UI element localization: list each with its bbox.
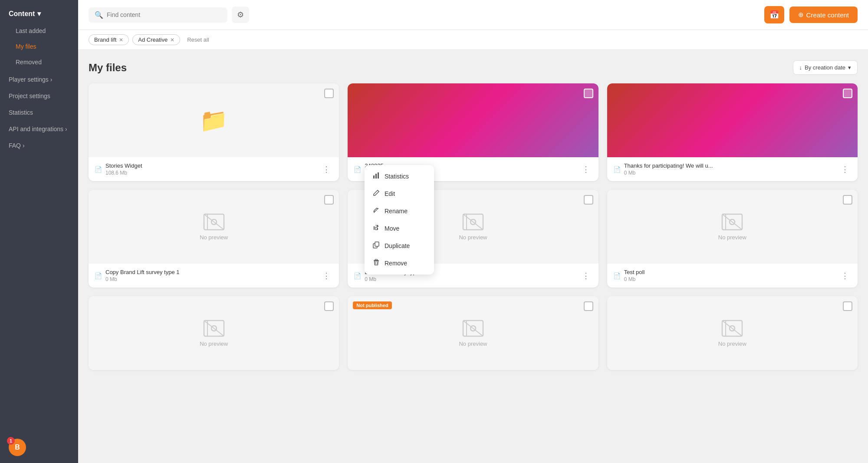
- context-menu-label: Duplicate: [385, 242, 410, 249]
- sidebar-section-label: Statistics: [9, 109, 33, 116]
- card-menu-button[interactable]: ⋮: [579, 270, 592, 281]
- reset-all-button[interactable]: Reset all: [184, 35, 213, 45]
- notification-button[interactable]: 1 B: [9, 439, 26, 456]
- card-footer: 📄 Stories Widget 108.6 Mb ⋮: [89, 157, 339, 181]
- card-checkbox[interactable]: [324, 89, 334, 98]
- sidebar-item-api-integrations[interactable]: API and integrations ›: [0, 119, 78, 136]
- context-menu-item-move[interactable]: Move: [365, 220, 434, 237]
- search-icon: 🔍: [95, 11, 103, 19]
- svg-rect-24: [373, 175, 375, 179]
- card-preview: 📁: [89, 83, 339, 157]
- content-type-icon: 📄: [613, 166, 621, 173]
- edit-icon: [372, 189, 380, 198]
- card-name: Stories Widget: [105, 162, 142, 169]
- sidebar-section-label: Player settings: [9, 76, 49, 83]
- card-info: Thanks for participating! We will u... 0…: [624, 162, 713, 176]
- topbar: 🔍 ⚙ 📅 ⊕ Create content: [78, 0, 868, 30]
- filter-tag-brand-lift[interactable]: Brand lift ✕: [89, 34, 129, 45]
- search-area: 🔍 ⚙: [89, 7, 249, 23]
- context-menu-item-statistics[interactable]: Statistics: [365, 168, 434, 185]
- statistics-icon: [372, 172, 380, 181]
- card-preview: No preview: [89, 296, 339, 370]
- context-menu-label: Edit: [385, 190, 395, 197]
- no-preview-label: No preview: [459, 234, 487, 241]
- remove-ad-creative-icon[interactable]: ✕: [170, 37, 174, 43]
- chevron-right-icon: ›: [65, 126, 67, 132]
- file-card-thanks: 📄 Thanks for participating! We will u...…: [607, 83, 858, 181]
- context-menu-item-duplicate[interactable]: Duplicate: [365, 237, 434, 255]
- card-checkbox[interactable]: [584, 195, 593, 205]
- content-area: My files ↓ By creation date ▾ 📁 📄: [78, 50, 868, 463]
- card-menu-button[interactable]: ⋮: [838, 164, 852, 175]
- no-preview-label: No preview: [200, 234, 228, 241]
- sidebar-section-label: FAQ: [9, 142, 21, 149]
- svg-rect-31: [374, 260, 379, 261]
- sidebar-item-my-files[interactable]: My files: [0, 39, 78, 54]
- card-menu-button[interactable]: ⋮: [838, 270, 852, 281]
- no-preview-area: No preview: [200, 320, 228, 347]
- context-menu: Statistics Edit Rename Move Duplicate Re…: [365, 165, 434, 274]
- no-preview-area: No preview: [718, 320, 746, 347]
- sidebar-item-player-settings[interactable]: Player settings ›: [0, 70, 78, 86]
- no-preview-area: No preview: [200, 213, 228, 241]
- sort-button[interactable]: ↓ By creation date ▾: [793, 60, 858, 75]
- plus-icon: ⊕: [798, 11, 804, 19]
- chevron-right-icon: ›: [50, 76, 53, 83]
- svg-line-3: [204, 214, 224, 230]
- context-menu-item-edit[interactable]: Edit: [365, 185, 434, 202]
- card-footer: 📄 Test poll 0 Mb ⋮: [607, 264, 858, 288]
- context-menu-item-rename[interactable]: Rename: [365, 202, 434, 220]
- card-checkbox[interactable]: [843, 89, 852, 98]
- no-preview-area: No preview: [718, 213, 746, 241]
- card-checkbox[interactable]: [584, 301, 593, 311]
- context-menu-item-remove[interactable]: Remove: [365, 255, 434, 272]
- card-menu-button[interactable]: ⋮: [320, 270, 333, 281]
- filter-tags-bar: Brand lift ✕ Ad Creative ✕ Reset all: [78, 30, 868, 50]
- card-checkbox[interactable]: [843, 301, 852, 311]
- no-preview-label: No preview: [459, 341, 487, 347]
- chevron-right-icon: ›: [23, 142, 25, 149]
- sidebar-section-label: API and integrations: [9, 126, 63, 132]
- card-footer-left: 📄 Test poll 0 Mb: [613, 269, 645, 282]
- search-input[interactable]: [107, 11, 221, 18]
- search-box: 🔍: [89, 7, 227, 23]
- card-footer: 📄 Copy Brand Lift survey type 1 0 Mb ⋮: [89, 264, 339, 288]
- sidebar-item-project-settings[interactable]: Project settings: [0, 86, 78, 103]
- context-menu-label: Remove: [385, 260, 407, 267]
- card-checkbox[interactable]: [584, 89, 593, 98]
- topbar-right: 📅 ⊕ Create content: [764, 6, 858, 23]
- card-menu-button[interactable]: ⋮: [579, 164, 592, 175]
- card-checkbox[interactable]: [324, 195, 334, 205]
- sidebar-item-last-added[interactable]: Last added: [0, 23, 78, 39]
- svg-line-23: [722, 321, 742, 336]
- card-size: 108.6 Mb: [105, 170, 142, 176]
- no-preview-area: No preview: [459, 213, 487, 241]
- remove-brand-lift-icon[interactable]: ✕: [119, 37, 123, 43]
- sidebar: Content ▾ Last added My files Removed Pl…: [0, 0, 78, 463]
- no-preview-label: No preview: [718, 341, 746, 347]
- sort-label: By creation date: [805, 64, 845, 71]
- create-content-button[interactable]: ⊕ Create content: [789, 7, 858, 23]
- content-type-icon: 📄: [613, 272, 621, 279]
- card-info: Copy Brand Lift survey type 1 0 Mb: [105, 269, 180, 282]
- folder-icon: 📁: [200, 107, 228, 134]
- filter-tag-ad-creative[interactable]: Ad Creative ✕: [132, 34, 180, 45]
- card-checkbox[interactable]: [324, 301, 334, 311]
- card-menu-button[interactable]: ⋮: [320, 164, 333, 175]
- filter-button[interactable]: ⚙: [232, 7, 249, 23]
- card-checkbox[interactable]: [843, 195, 852, 205]
- file-card-copy-brand-lift: No preview 📄 Copy Brand Lift survey type…: [89, 190, 339, 288]
- context-menu-label: Rename: [385, 208, 408, 215]
- svg-line-15: [204, 321, 224, 336]
- notification-badge: 1: [7, 437, 15, 445]
- file-card-stories-widget: 📁 📄 Stories Widget 108.6 Mb ⋮: [89, 83, 339, 181]
- content-type-icon: 📄: [354, 166, 361, 173]
- sidebar-item-removed[interactable]: Removed: [0, 54, 78, 70]
- filter-tag-label: Brand lift: [94, 36, 116, 43]
- filter-tag-label: Ad Creative: [138, 36, 168, 43]
- sidebar-item-faq[interactable]: FAQ ›: [0, 136, 78, 152]
- sidebar-item-statistics[interactable]: Statistics: [0, 103, 78, 119]
- calendar-button[interactable]: 📅: [764, 6, 784, 23]
- main-area: 🔍 ⚙ 📅 ⊕ Create content Brand lift ✕ Ad C…: [78, 0, 868, 463]
- sidebar-content-header[interactable]: Content ▾: [0, 0, 78, 21]
